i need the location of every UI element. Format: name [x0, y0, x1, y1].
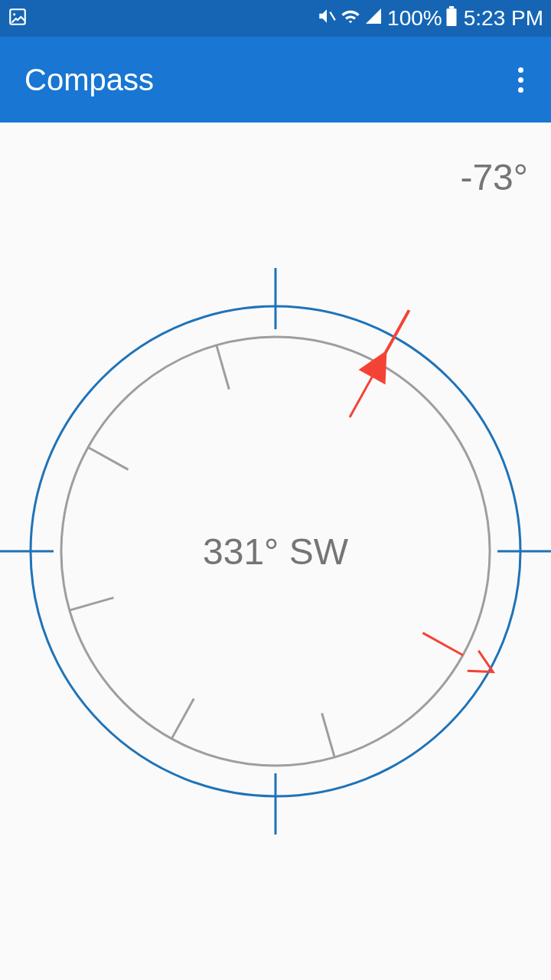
svg-line-16: [171, 698, 194, 738]
overflow-menu-button[interactable]: [512, 61, 530, 99]
battery-icon: [445, 6, 458, 31]
status-right: 100% 5:23 PM: [317, 6, 543, 31]
status-bar: 100% 5:23 PM: [0, 0, 551, 37]
svg-line-14: [422, 633, 462, 655]
compass-widget[interactable]: 331° SW: [0, 276, 551, 827]
signal-icon: [364, 6, 383, 31]
svg-point-1: [13, 13, 15, 15]
svg-line-15: [322, 713, 335, 757]
app-title: Compass: [24, 63, 154, 97]
svg-line-18: [88, 447, 128, 469]
svg-rect-3: [446, 8, 456, 26]
svg-line-2: [330, 11, 335, 20]
mute-icon: [317, 6, 337, 31]
svg-rect-4: [448, 6, 454, 8]
content-area: -73°: [0, 122, 551, 980]
north-needle: [336, 302, 422, 424]
svg-line-19: [217, 345, 230, 390]
picture-icon: [8, 7, 28, 30]
east-marker: [417, 623, 498, 682]
svg-line-17: [70, 598, 114, 611]
clock-text: 5:23 PM: [464, 6, 543, 31]
declination-value: -73°: [460, 156, 528, 198]
battery-percent: 100%: [387, 6, 442, 31]
app-bar: Compass: [0, 37, 551, 122]
wifi-icon: [340, 6, 361, 31]
heading-value: 331° SW: [203, 531, 348, 573]
status-left: [8, 7, 28, 30]
